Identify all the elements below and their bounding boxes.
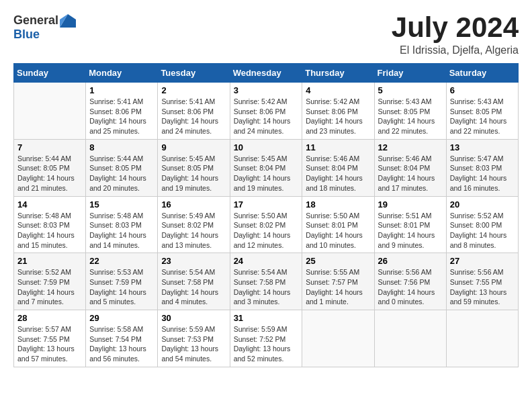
logo-general-text: General	[13, 13, 58, 28]
day-info: Sunrise: 5:53 AM Sunset: 7:59 PM Dayligh…	[89, 267, 154, 307]
calendar-week-row: 28Sunrise: 5:57 AM Sunset: 7:55 PM Dayli…	[14, 310, 519, 367]
location-subtitle: El Idrissia, Djelfa, Algeria	[392, 44, 519, 56]
logo: General Blue	[13, 13, 76, 42]
calendar-cell: 20Sunrise: 5:52 AM Sunset: 8:00 PM Dayli…	[446, 196, 518, 253]
calendar-cell: 25Sunrise: 5:55 AM Sunset: 7:57 PM Dayli…	[302, 253, 374, 310]
day-info: Sunrise: 5:45 AM Sunset: 8:04 PM Dayligh…	[234, 154, 299, 193]
day-info: Sunrise: 5:42 AM Sunset: 8:06 PM Dayligh…	[234, 97, 299, 136]
calendar-cell: 13Sunrise: 5:47 AM Sunset: 8:03 PM Dayli…	[446, 139, 518, 196]
calendar-cell: 23Sunrise: 5:54 AM Sunset: 7:58 PM Dayli…	[158, 253, 230, 310]
day-info: Sunrise: 5:44 AM Sunset: 8:05 PM Dayligh…	[17, 154, 82, 193]
day-info: Sunrise: 5:46 AM Sunset: 8:04 PM Dayligh…	[378, 154, 443, 193]
day-number: 20	[450, 199, 515, 210]
calendar-header-saturday: Saturday	[446, 64, 518, 83]
calendar-cell: 31Sunrise: 5:59 AM Sunset: 7:52 PM Dayli…	[230, 310, 302, 367]
day-info: Sunrise: 5:44 AM Sunset: 8:05 PM Dayligh…	[89, 154, 154, 193]
logo-blue-text: Blue	[13, 28, 40, 42]
calendar-cell: 21Sunrise: 5:52 AM Sunset: 7:59 PM Dayli…	[14, 253, 86, 310]
calendar-cell: 14Sunrise: 5:48 AM Sunset: 8:03 PM Dayli…	[14, 196, 86, 253]
calendar-cell: 22Sunrise: 5:53 AM Sunset: 7:59 PM Dayli…	[86, 253, 158, 310]
day-info: Sunrise: 5:54 AM Sunset: 7:58 PM Dayligh…	[161, 267, 226, 307]
day-number: 2	[161, 85, 226, 95]
day-number: 31	[234, 313, 299, 323]
day-number: 3	[234, 85, 299, 95]
day-info: Sunrise: 5:54 AM Sunset: 7:58 PM Dayligh…	[234, 267, 299, 307]
day-info: Sunrise: 5:43 AM Sunset: 8:05 PM Dayligh…	[378, 97, 443, 136]
calendar-header-monday: Monday	[86, 64, 158, 83]
calendar-header-friday: Friday	[374, 64, 446, 83]
day-info: Sunrise: 5:51 AM Sunset: 8:01 PM Dayligh…	[378, 211, 443, 250]
calendar-cell: 2Sunrise: 5:41 AM Sunset: 8:06 PM Daylig…	[158, 83, 230, 140]
day-info: Sunrise: 5:41 AM Sunset: 8:06 PM Dayligh…	[89, 97, 154, 136]
calendar-cell: 28Sunrise: 5:57 AM Sunset: 7:55 PM Dayli…	[14, 310, 86, 367]
day-number: 9	[161, 142, 226, 152]
calendar-cell: 11Sunrise: 5:46 AM Sunset: 8:04 PM Dayli…	[302, 139, 374, 196]
calendar-cell: 15Sunrise: 5:48 AM Sunset: 8:03 PM Dayli…	[86, 196, 158, 253]
day-info: Sunrise: 5:57 AM Sunset: 7:55 PM Dayligh…	[17, 324, 82, 364]
calendar-week-row: 21Sunrise: 5:52 AM Sunset: 7:59 PM Dayli…	[14, 253, 519, 310]
calendar-cell: 12Sunrise: 5:46 AM Sunset: 8:04 PM Dayli…	[374, 139, 446, 196]
day-number: 8	[89, 142, 154, 152]
day-info: Sunrise: 5:56 AM Sunset: 7:55 PM Dayligh…	[450, 267, 515, 307]
day-number: 19	[378, 199, 443, 210]
calendar-cell: 19Sunrise: 5:51 AM Sunset: 8:01 PM Dayli…	[374, 196, 446, 253]
title-section: July 2024 El Idrissia, Djelfa, Algeria	[392, 13, 519, 56]
day-info: Sunrise: 5:59 AM Sunset: 7:53 PM Dayligh…	[161, 324, 226, 364]
day-info: Sunrise: 5:52 AM Sunset: 7:59 PM Dayligh…	[17, 267, 82, 307]
page-header: General Blue July 2024 El Idrissia, Djel…	[13, 13, 519, 56]
calendar-cell	[374, 310, 446, 367]
calendar-cell: 9Sunrise: 5:45 AM Sunset: 8:05 PM Daylig…	[158, 139, 230, 196]
day-number: 16	[161, 199, 226, 210]
day-number: 13	[450, 142, 515, 152]
day-info: Sunrise: 5:52 AM Sunset: 8:00 PM Dayligh…	[450, 211, 515, 250]
calendar-cell: 18Sunrise: 5:50 AM Sunset: 8:01 PM Dayli…	[302, 196, 374, 253]
calendar-cell: 17Sunrise: 5:50 AM Sunset: 8:02 PM Dayli…	[230, 196, 302, 253]
calendar-week-row: 14Sunrise: 5:48 AM Sunset: 8:03 PM Dayli…	[14, 196, 519, 253]
calendar-week-row: 7Sunrise: 5:44 AM Sunset: 8:05 PM Daylig…	[14, 139, 519, 196]
day-info: Sunrise: 5:50 AM Sunset: 8:01 PM Dayligh…	[306, 211, 370, 250]
day-number: 5	[378, 85, 443, 95]
day-number: 27	[450, 256, 515, 266]
calendar-header-sunday: Sunday	[14, 64, 86, 83]
day-number: 26	[378, 256, 443, 266]
calendar-cell: 5Sunrise: 5:43 AM Sunset: 8:05 PM Daylig…	[374, 83, 446, 140]
calendar-table: SundayMondayTuesdayWednesdayThursdayFrid…	[13, 63, 519, 367]
calendar-cell	[446, 310, 518, 367]
day-info: Sunrise: 5:59 AM Sunset: 7:52 PM Dayligh…	[234, 324, 299, 364]
calendar-header-wednesday: Wednesday	[230, 64, 302, 83]
day-info: Sunrise: 5:48 AM Sunset: 8:03 PM Dayligh…	[17, 211, 82, 250]
month-year-title: July 2024	[392, 13, 519, 42]
day-info: Sunrise: 5:47 AM Sunset: 8:03 PM Dayligh…	[450, 154, 515, 193]
day-number: 18	[306, 199, 370, 210]
calendar-cell: 24Sunrise: 5:54 AM Sunset: 7:58 PM Dayli…	[230, 253, 302, 310]
calendar-cell: 26Sunrise: 5:56 AM Sunset: 7:56 PM Dayli…	[374, 253, 446, 310]
day-number: 4	[306, 85, 370, 95]
calendar-cell: 3Sunrise: 5:42 AM Sunset: 8:06 PM Daylig…	[230, 83, 302, 140]
calendar-cell: 4Sunrise: 5:42 AM Sunset: 8:06 PM Daylig…	[302, 83, 374, 140]
day-info: Sunrise: 5:46 AM Sunset: 8:04 PM Dayligh…	[306, 154, 370, 193]
calendar-cell: 10Sunrise: 5:45 AM Sunset: 8:04 PM Dayli…	[230, 139, 302, 196]
calendar-cell: 16Sunrise: 5:49 AM Sunset: 8:02 PM Dayli…	[158, 196, 230, 253]
logo-icon	[60, 14, 76, 28]
calendar-cell: 6Sunrise: 5:43 AM Sunset: 8:05 PM Daylig…	[446, 83, 518, 140]
day-number: 10	[234, 142, 299, 152]
day-number: 14	[17, 199, 82, 210]
day-number: 25	[306, 256, 370, 266]
day-number: 12	[378, 142, 443, 152]
calendar-header-thursday: Thursday	[302, 64, 374, 83]
calendar-cell: 1Sunrise: 5:41 AM Sunset: 8:06 PM Daylig…	[86, 83, 158, 140]
day-number: 24	[234, 256, 299, 266]
calendar-header-row: SundayMondayTuesdayWednesdayThursdayFrid…	[14, 64, 519, 83]
calendar-week-row: 1Sunrise: 5:41 AM Sunset: 8:06 PM Daylig…	[14, 83, 519, 140]
calendar-cell	[14, 83, 86, 140]
day-number: 1	[89, 85, 154, 95]
calendar-cell: 7Sunrise: 5:44 AM Sunset: 8:05 PM Daylig…	[14, 139, 86, 196]
day-info: Sunrise: 5:43 AM Sunset: 8:05 PM Dayligh…	[450, 97, 515, 136]
calendar-cell: 8Sunrise: 5:44 AM Sunset: 8:05 PM Daylig…	[86, 139, 158, 196]
day-info: Sunrise: 5:58 AM Sunset: 7:54 PM Dayligh…	[89, 324, 154, 364]
calendar-cell: 30Sunrise: 5:59 AM Sunset: 7:53 PM Dayli…	[158, 310, 230, 367]
day-number: 30	[161, 313, 226, 323]
day-info: Sunrise: 5:42 AM Sunset: 8:06 PM Dayligh…	[306, 97, 370, 136]
day-number: 6	[450, 85, 515, 95]
day-number: 11	[306, 142, 370, 152]
